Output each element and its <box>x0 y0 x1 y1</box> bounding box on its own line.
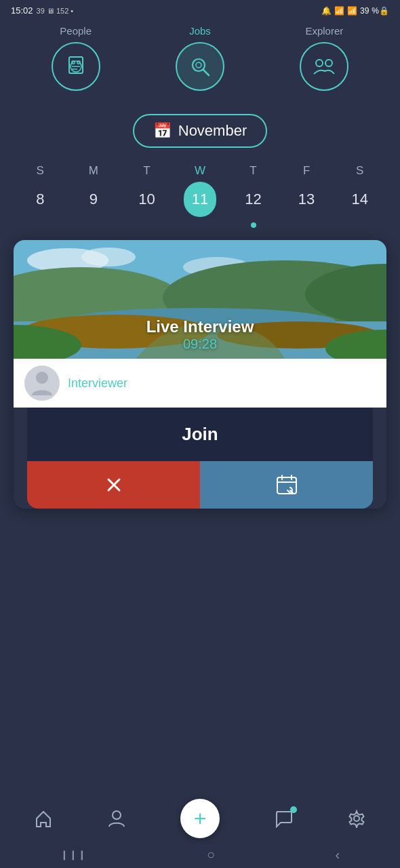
nav-profile[interactable] <box>107 809 126 828</box>
event-title: Live Interview <box>14 317 386 336</box>
cal-day-6[interactable]: S 14 <box>340 164 380 217</box>
cal-dot-4 <box>251 222 256 228</box>
status-right: 🔔 📶 📶 39 %🔒 <box>321 6 389 16</box>
system-bar: ❙❙❙ ○ ‹ <box>0 841 400 868</box>
status-time: 15:02 <box>11 5 33 16</box>
battery-icon: %🔒 <box>372 6 389 16</box>
cal-letter-0: S <box>37 164 44 178</box>
cal-num-4: 12 <box>237 182 270 217</box>
battery-text: 39 <box>360 6 369 16</box>
cal-letter-4: T <box>249 164 256 178</box>
cal-day-3[interactable]: W 11 <box>180 164 220 217</box>
svg-rect-28 <box>277 477 296 494</box>
wifi-icon: 📶 <box>334 6 344 16</box>
event-banner: Live Interview 09:28 <box>14 240 386 359</box>
nav-tabs: People Jobs Explorer <box>0 18 400 94</box>
svg-point-9 <box>316 60 323 66</box>
tab-people-icon <box>52 42 100 91</box>
calendar-week: S 8 M 9 T 10 W 11 T 12 F 13 S 14 <box>0 159 400 228</box>
tab-people-label: People <box>52 25 100 37</box>
tab-people[interactable]: People <box>52 25 100 91</box>
svg-point-14 <box>81 248 136 267</box>
svg-point-8 <box>196 62 201 68</box>
month-label: November <box>178 122 247 140</box>
svg-line-7 <box>203 70 209 76</box>
cal-num-2: 10 <box>130 182 163 217</box>
cal-day-5[interactable]: F 13 <box>286 164 327 217</box>
event-overlay: Live Interview 09:28 <box>14 317 386 352</box>
event-time: 09:28 <box>14 336 386 352</box>
nav-chat[interactable] <box>274 809 293 828</box>
calendar-icon: 📅 <box>153 122 172 140</box>
svg-point-35 <box>354 816 359 821</box>
cal-num-6: 14 <box>344 182 376 217</box>
tab-explorer-label: Explorer <box>300 25 348 37</box>
nav-add[interactable]: + <box>180 799 220 838</box>
alarm-icon: 🔔 <box>321 6 332 16</box>
tab-explorer[interactable]: Explorer <box>300 25 348 91</box>
nav-settings[interactable] <box>347 809 366 828</box>
cal-letter-3: W <box>195 164 205 178</box>
bottom-nav: + <box>0 799 400 838</box>
cal-day-0[interactable]: S 8 <box>20 164 60 217</box>
cal-num-1: 9 <box>77 182 110 217</box>
back-icon[interactable]: ‹ <box>336 847 340 863</box>
svg-point-25 <box>36 372 48 384</box>
decline-button[interactable] <box>27 461 200 509</box>
cal-num-0: 8 <box>24 182 56 217</box>
cal-letter-2: T <box>143 164 150 178</box>
svg-point-10 <box>325 60 332 66</box>
svg-point-34 <box>113 811 121 819</box>
home-icon[interactable]: ○ <box>207 847 215 863</box>
status-indicators: 39 🖥 152 • <box>37 7 74 15</box>
status-left: 15:02 39 🖥 152 • <box>11 5 73 16</box>
join-section: Join <box>27 408 373 461</box>
cal-day-1[interactable]: M 9 <box>73 164 114 217</box>
action-buttons <box>27 461 373 509</box>
cal-letter-5: F <box>303 164 310 178</box>
join-button[interactable]: Join <box>43 424 357 445</box>
chat-badge <box>290 806 297 813</box>
cal-num-3: 11 <box>184 182 216 217</box>
month-pill[interactable]: 📅 November <box>133 114 267 148</box>
tab-explorer-icon <box>300 42 348 91</box>
month-section: 📅 November <box>0 114 400 148</box>
nav-home[interactable] <box>34 809 53 828</box>
cal-day-4[interactable]: T 12 <box>233 164 274 228</box>
avatar <box>24 366 60 401</box>
cal-day-2[interactable]: T 10 <box>126 164 167 217</box>
signal-icon: 📶 <box>347 6 357 16</box>
status-bar: 15:02 39 🖥 152 • 🔔 📶 📶 39 %🔒 <box>0 0 400 18</box>
cal-letter-6: S <box>356 164 363 178</box>
tab-jobs-icon <box>176 42 224 91</box>
cal-num-5: 13 <box>290 182 323 217</box>
tab-jobs[interactable]: Jobs <box>176 25 224 91</box>
recent-apps-icon[interactable]: ❙❙❙ <box>60 849 87 860</box>
interviewer-row: Interviewer <box>14 359 386 408</box>
cal-letter-1: M <box>89 164 98 178</box>
interviewer-label: Interviewer <box>68 376 127 391</box>
reschedule-button[interactable] <box>200 461 373 509</box>
event-card: Live Interview 09:28 Interviewer Join <box>14 240 386 509</box>
tab-jobs-label: Jobs <box>176 25 224 37</box>
